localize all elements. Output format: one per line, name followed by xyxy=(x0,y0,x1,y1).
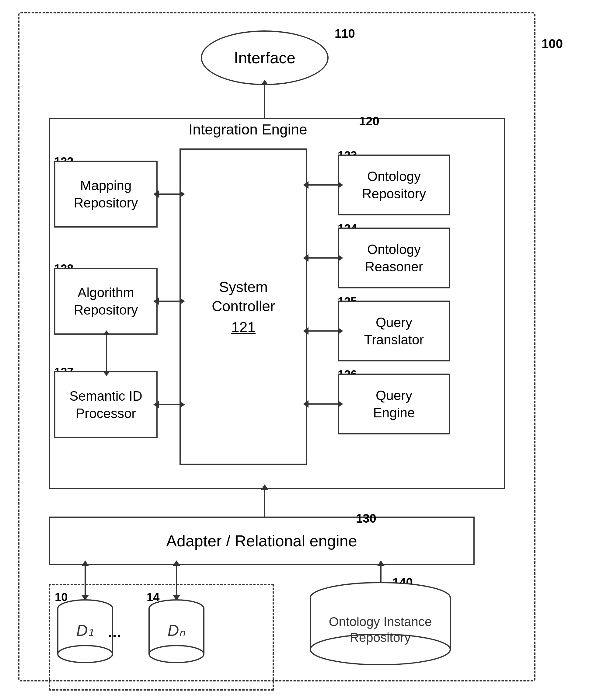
db-dots: ··· xyxy=(108,627,121,645)
arrow-interface-integration xyxy=(264,84,265,119)
onto-reasoner-box: OntologyReasoner xyxy=(338,228,450,289)
arrow-adapter-onto-instance xyxy=(380,565,381,583)
query-translator-label: QueryTranslator xyxy=(364,314,424,348)
arrow-algo-sc xyxy=(158,301,180,302)
query-translator-box: QueryTranslator xyxy=(338,301,450,361)
label-100: 100 xyxy=(542,36,563,51)
arrow-integration-adapter xyxy=(264,489,265,517)
svg-text:D₁: D₁ xyxy=(76,622,94,639)
arrow-sc-query-translator xyxy=(308,330,338,332)
arrow-sc-onto-reasoner xyxy=(308,257,338,258)
arrow-adapter-d1 xyxy=(84,565,86,596)
system-controller-num: 121 xyxy=(231,319,255,335)
semantic-id-box: Semantic IDProcessor xyxy=(54,371,157,438)
semantic-id-label: Semantic IDProcessor xyxy=(69,387,142,422)
onto-repo-label: OntologyRepository xyxy=(362,168,426,202)
system-controller-box: SystemController 121 xyxy=(179,148,307,465)
arrow-sc-query-engine xyxy=(308,403,338,405)
algo-repo-box: AlgorithmRepository xyxy=(54,268,157,335)
interface-label: Interface xyxy=(234,49,295,67)
label-110: 110 xyxy=(335,27,355,41)
db-d1: D₁ xyxy=(55,596,116,663)
onto-instance-repo: Ontology Instance Repository xyxy=(307,581,453,668)
mapping-repo-box: MappingRepository xyxy=(54,160,157,228)
arrow-mapping-sc xyxy=(158,194,180,195)
d1-cylinder-svg: D₁ xyxy=(55,596,116,663)
mapping-repo-label: MappingRepository xyxy=(74,177,138,211)
svg-text:Dₙ: Dₙ xyxy=(168,622,186,639)
arrow-algo-semantic-v xyxy=(106,335,107,372)
db-dn: Dₙ xyxy=(146,596,207,663)
arrow-adapter-dn xyxy=(176,565,177,596)
system-controller-label: SystemController xyxy=(212,278,275,316)
adapter-label: Adapter / Relational engine xyxy=(166,532,357,550)
interface-node: Interface xyxy=(201,30,328,85)
onto-repo-box: OntologyRepository xyxy=(338,154,450,216)
label-130: 130 xyxy=(356,512,376,525)
adapter-box: Adapter / Relational engine xyxy=(49,517,475,565)
svg-point-4 xyxy=(58,646,113,662)
onto-reasoner-label: OntologyReasoner xyxy=(365,241,423,275)
svg-text:Ontology Instance: Ontology Instance xyxy=(329,615,432,629)
query-engine-label: QueryEngine xyxy=(373,387,415,421)
query-engine-box: QueryEngine xyxy=(338,374,450,434)
arrow-semantic-sc xyxy=(158,404,180,405)
arrow-sc-onto-repo xyxy=(308,184,338,185)
label-120: 120 xyxy=(359,115,379,128)
algo-repo-label: AlgorithmRepository xyxy=(74,284,138,319)
integration-engine-label: Integration Engine xyxy=(189,121,307,138)
svg-point-10 xyxy=(149,646,204,662)
svg-text:Repository: Repository xyxy=(350,630,411,645)
onto-instance-svg: Ontology Instance Repository xyxy=(307,581,453,666)
dn-cylinder-svg: Dₙ xyxy=(146,596,207,663)
